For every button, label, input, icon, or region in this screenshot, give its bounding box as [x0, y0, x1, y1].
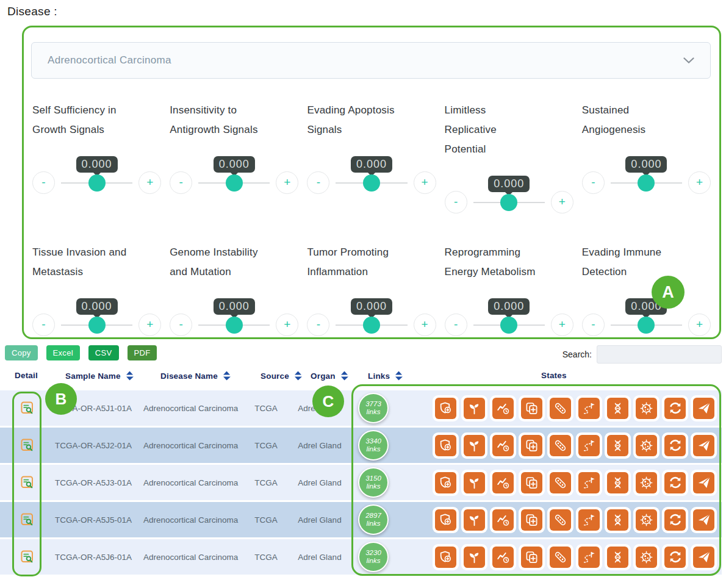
slider-increment-button[interactable]: + — [688, 314, 711, 336]
slider-track[interactable]: 0.000 — [611, 324, 682, 326]
state-button[interactable] — [576, 544, 602, 570]
state-button[interactable] — [433, 395, 459, 421]
state-button[interactable] — [519, 470, 545, 496]
state-button[interactable] — [519, 432, 545, 459]
slider-decrement-button[interactable]: - — [582, 314, 605, 336]
state-button[interactable] — [662, 544, 688, 570]
slider-decrement-button[interactable]: - — [445, 191, 467, 213]
state-button[interactable] — [461, 507, 487, 533]
column-header-organ[interactable]: Organ — [311, 371, 348, 381]
state-button[interactable] — [605, 507, 631, 533]
state-button[interactable] — [662, 395, 688, 421]
state-button[interactable] — [547, 507, 573, 533]
slider-increment-button[interactable]: + — [414, 314, 436, 336]
links-count-badge[interactable]: 3150links — [358, 467, 389, 498]
detail-file-search-icon[interactable] — [20, 549, 35, 565]
slider-decrement-button[interactable]: - — [445, 314, 467, 336]
state-button[interactable] — [605, 432, 631, 459]
state-button[interactable] — [461, 470, 487, 496]
state-button[interactable] — [433, 507, 459, 533]
state-button[interactable] — [605, 395, 631, 421]
slider-increment-button[interactable]: + — [688, 171, 711, 194]
slider-increment-button[interactable]: + — [551, 314, 573, 336]
slider-decrement-button[interactable]: - — [170, 171, 192, 194]
state-button[interactable] — [662, 432, 688, 459]
state-button[interactable] — [547, 470, 573, 496]
slider-decrement-button[interactable]: - — [582, 171, 605, 194]
detail-file-search-icon[interactable] — [20, 475, 35, 490]
slider-increment-button[interactable]: + — [138, 314, 161, 336]
state-button[interactable] — [490, 432, 516, 459]
column-header-disease-name[interactable]: Disease Name — [160, 371, 231, 381]
sort-icon[interactable] — [340, 371, 348, 381]
sort-icon[interactable] — [126, 371, 134, 381]
slider-thumb[interactable] — [363, 317, 380, 334]
slider-track[interactable]: 0.000 — [198, 324, 270, 326]
slider-track[interactable]: 0.000 — [473, 324, 545, 326]
state-button[interactable] — [519, 544, 545, 570]
slider-thumb[interactable] — [226, 174, 243, 192]
state-button[interactable] — [691, 507, 717, 533]
slider-thumb[interactable] — [226, 317, 243, 334]
state-button[interactable] — [662, 470, 688, 496]
slider-track[interactable]: 0.000 — [336, 324, 407, 326]
state-button[interactable] — [547, 432, 573, 459]
state-button[interactable] — [461, 544, 487, 570]
slider-decrement-button[interactable]: - — [170, 314, 192, 336]
slider-thumb[interactable] — [500, 317, 517, 334]
copy-export-button[interactable]: Copy — [5, 345, 38, 360]
state-button[interactable] — [490, 544, 516, 570]
slider-track[interactable]: 0.000 — [61, 324, 132, 326]
state-button[interactable] — [547, 395, 573, 421]
slider-track[interactable]: 0.000 — [61, 182, 132, 184]
state-button[interactable] — [633, 470, 660, 496]
state-button[interactable] — [433, 544, 459, 570]
state-button[interactable] — [662, 507, 688, 533]
slider-track[interactable]: 0.000 — [611, 182, 682, 184]
state-button[interactable] — [433, 432, 459, 459]
slider-decrement-button[interactable]: - — [307, 171, 329, 194]
state-button[interactable] — [691, 432, 717, 459]
slider-thumb[interactable] — [500, 194, 517, 211]
links-count-badge[interactable]: 3340links — [358, 430, 389, 461]
state-button[interactable] — [576, 507, 602, 533]
disease-select[interactable]: Adrenocortical Carcinoma — [31, 42, 711, 79]
sort-icon[interactable] — [395, 371, 403, 381]
state-button[interactable] — [633, 432, 660, 459]
state-button[interactable] — [633, 507, 660, 533]
slider-increment-button[interactable]: + — [276, 314, 298, 336]
excel-export-button[interactable]: Excel — [46, 345, 80, 360]
column-header-links[interactable]: Links — [368, 371, 403, 381]
slider-track[interactable]: 0.000 — [336, 182, 407, 184]
state-button[interactable] — [576, 470, 602, 496]
state-button[interactable] — [461, 432, 487, 459]
detail-file-search-icon[interactable] — [20, 437, 35, 453]
csv-export-button[interactable]: CSV — [88, 345, 119, 360]
state-button[interactable] — [519, 507, 545, 533]
state-button[interactable] — [633, 395, 660, 421]
slider-decrement-button[interactable]: - — [32, 171, 55, 194]
state-button[interactable] — [490, 507, 516, 533]
slider-increment-button[interactable]: + — [138, 171, 161, 194]
search-input[interactable] — [597, 345, 722, 364]
column-header-sample-name[interactable]: Sample Name — [65, 371, 134, 381]
slider-increment-button[interactable]: + — [551, 191, 573, 213]
detail-file-search-icon[interactable] — [20, 512, 35, 528]
slider-decrement-button[interactable]: - — [307, 314, 329, 336]
slider-thumb[interactable] — [88, 174, 106, 192]
sort-icon[interactable] — [223, 371, 231, 381]
state-button[interactable] — [605, 470, 631, 496]
slider-thumb[interactable] — [88, 317, 106, 334]
state-button[interactable] — [576, 395, 602, 421]
state-button[interactable] — [605, 544, 631, 570]
slider-track[interactable]: 0.000 — [473, 202, 545, 203]
slider-increment-button[interactable]: + — [276, 171, 298, 194]
detail-file-search-icon[interactable] — [20, 400, 35, 416]
pdf-export-button[interactable]: PDF — [128, 345, 157, 360]
state-button[interactable] — [490, 470, 516, 496]
slider-increment-button[interactable]: + — [414, 171, 436, 194]
state-button[interactable] — [691, 544, 717, 570]
slider-thumb[interactable] — [363, 174, 380, 192]
sort-icon[interactable] — [294, 371, 302, 381]
links-count-badge[interactable]: 3230links — [358, 542, 389, 572]
